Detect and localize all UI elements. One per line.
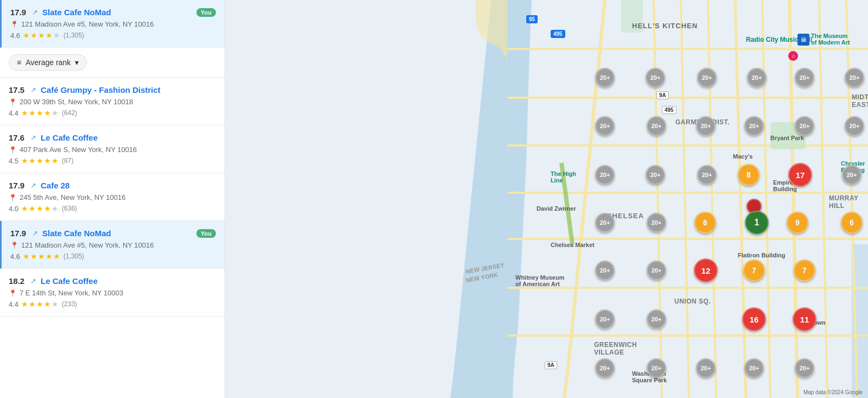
map-marker-22[interactable]: 20+ (595, 213, 615, 232)
card-rating-0: 4.4 (9, 109, 18, 117)
map-marker-5[interactable]: 20+ (845, 68, 864, 87)
business-list: 17.5 ↗ Café Grumpy - Fashion District 📍 … (0, 78, 225, 317)
pin-icon: 📍 (10, 21, 18, 28)
markers-layer: 20+20+20+20+20+20+20+20+20+20+20+20+20+2… (225, 0, 868, 398)
external-link-icon-4: ↗ (30, 277, 36, 285)
map-marker-37[interactable]: 11 (793, 307, 816, 331)
map-marker-18[interactable]: 8 (738, 164, 760, 186)
map-marker-31[interactable]: 12 (694, 258, 718, 282)
business-card-1[interactable]: 17.6 ↗ Le Cafe Coffee 📍 407 Park Ave S, … (0, 125, 225, 173)
external-link-icon-0: ↗ (30, 86, 36, 94)
business-card-0[interactable]: 17.5 ↗ Café Grumpy - Fashion District 📍 … (0, 78, 225, 125)
card-reviews-3: (1,305) (63, 252, 84, 260)
map-marker-11[interactable]: 20+ (744, 116, 764, 136)
map-marker-32[interactable]: 7 (743, 260, 765, 281)
map-marker-33[interactable]: 7 (794, 260, 815, 281)
card-name-0: Café Grumpy - Fashion District (41, 85, 216, 94)
map-marker-38[interactable]: 20+ (595, 358, 615, 378)
filter-label: Average rank (25, 58, 71, 67)
card-address-3: 121 Madison Ave #5, New York, NY 10016 (21, 241, 154, 249)
card-rank-1: 17.6 (9, 133, 26, 142)
card-name-1: Le Cafe Coffee (41, 133, 216, 142)
map-marker-4[interactable]: 20+ (795, 68, 814, 87)
card-name-3: Slate Cafe NoMad (42, 229, 192, 238)
card-rank-3: 17.9 (10, 229, 28, 238)
external-link-icon-3: ↗ (32, 229, 38, 237)
card-address-4: 7 E 14th St, New York, NY 10003 (20, 289, 123, 297)
you-badge-3: You (196, 229, 216, 238)
map-marker-35[interactable]: 20+ (647, 309, 666, 329)
card-rank-0: 17.5 (9, 85, 26, 94)
map-marker-40[interactable]: 20+ (696, 358, 716, 378)
map-marker-34[interactable]: 20+ (595, 309, 615, 329)
map-marker-9[interactable]: 20+ (647, 116, 666, 136)
map-marker-36[interactable]: 16 (742, 307, 766, 331)
card-rating-1: 4.5 (9, 157, 18, 165)
card-stars-2: ★★★★★ (21, 204, 59, 213)
map-marker-10[interactable]: 20+ (696, 116, 716, 136)
chevron-down-icon: ▾ (75, 58, 79, 67)
rank-filter-bar: ≡ Average rank ▾ (0, 48, 225, 78)
map-marker-28[interactable]: 6 (841, 212, 863, 233)
card-reviews-4: (233) (62, 300, 77, 308)
card-reviews-0: (642) (62, 109, 77, 117)
card-name-2: Cafe 28 (41, 181, 216, 190)
card-address-0: 200 W 39th St, New York, NY 10018 (20, 98, 133, 106)
moma-icon: 🏛 (797, 34, 809, 46)
map-marker-26[interactable]: 1 (745, 211, 769, 235)
top-card-rank: 17.9 (10, 8, 28, 17)
business-card-4[interactable]: 18.2 ↗ Le Cafe Coffee 📍 7 E 14th St, New… (0, 269, 225, 317)
card-rating-4: 4.4 (9, 300, 18, 308)
pin-icon-1: 📍 (9, 146, 17, 154)
left-panel: 17.9 ↗ Slate Cafe NoMad You 📍 121 Madiso… (0, 0, 225, 398)
card-rating-3: 4.6 (10, 252, 20, 261)
card-rank-4: 18.2 (9, 276, 26, 286)
map-marker-13[interactable]: 20+ (845, 116, 864, 136)
card-address-1: 407 Park Ave S, New York, NY 10016 (20, 146, 137, 154)
map-marker-42[interactable]: 20+ (795, 358, 814, 378)
map-marker-17[interactable]: 20+ (697, 165, 717, 185)
card-reviews-2: (636) (62, 205, 77, 212)
pin-icon-0: 📍 (9, 98, 17, 106)
map-marker-2[interactable]: 20+ (697, 68, 717, 87)
top-card-stars: ★★★★★ (23, 31, 61, 40)
map-container: HELL'S KITCHEN Radio City Music Hall The… (225, 0, 868, 398)
map-marker-27[interactable]: 9 (787, 212, 808, 233)
pin-icon-2: 📍 (9, 194, 17, 201)
map-marker-8[interactable]: 20+ (595, 116, 615, 136)
map-marker-30[interactable]: 20+ (647, 261, 666, 280)
pin-icon-3: 📍 (10, 242, 18, 249)
map-marker-41[interactable]: 20+ (744, 358, 764, 378)
card-address-2: 245 5th Ave, New York, NY 10016 (20, 193, 125, 201)
map-marker-39[interactable]: 20+ (647, 358, 666, 378)
card-reviews-1: (87) (62, 157, 73, 165)
external-link-icon: ↗ (32, 8, 38, 16)
map-marker-19[interactable]: 17 (788, 163, 812, 187)
map-marker-12[interactable]: 20+ (795, 116, 814, 136)
business-card-3[interactable]: 17.9 ↗ Slate Cafe NoMad You 📍 121 Madiso… (0, 221, 225, 269)
map-area[interactable]: HELL'S KITCHEN Radio City Music Hall The… (225, 0, 868, 398)
map-marker-23[interactable]: 20+ (647, 213, 666, 232)
card-stars-3: ★★★★★ (23, 252, 61, 261)
map-marker-0[interactable]: 20+ (595, 68, 615, 87)
external-link-icon-2: ↗ (30, 181, 36, 189)
external-link-icon-1: ↗ (30, 134, 36, 142)
card-name-4: Le Cafe Coffee (41, 276, 216, 286)
average-rank-filter-button[interactable]: ≡ Average rank ▾ (9, 54, 87, 71)
card-rank-2: 17.9 (9, 181, 26, 190)
radio-city-icon: ♫ (788, 51, 798, 61)
map-marker-24[interactable]: 6 (694, 212, 716, 233)
card-stars-4: ★★★★★ (21, 300, 59, 308)
pin-icon-4: 📍 (9, 289, 17, 297)
map-marker-3[interactable]: 20+ (747, 68, 767, 87)
sort-icon: ≡ (17, 58, 21, 67)
map-marker-1[interactable]: 20+ (646, 68, 665, 87)
business-card-2[interactable]: 17.9 ↗ Cafe 28 📍 245 5th Ave, New York, … (0, 173, 225, 221)
map-marker-15[interactable]: 20+ (595, 165, 615, 185)
map-marker-29[interactable]: 20+ (595, 261, 615, 280)
map-marker-16[interactable]: 20+ (646, 165, 665, 185)
top-business-card[interactable]: 17.9 ↗ Slate Cafe NoMad You 📍 121 Madiso… (0, 0, 225, 48)
card-rating-2: 4.0 (9, 205, 18, 213)
map-marker-20[interactable]: 20+ (842, 165, 861, 185)
map-attribution: Map data ©2024 Google (803, 389, 863, 395)
